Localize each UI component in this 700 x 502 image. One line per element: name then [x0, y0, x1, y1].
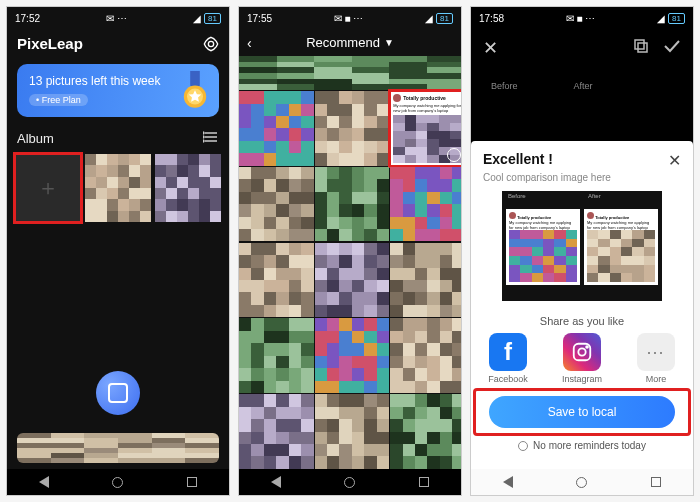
facebook-icon: f: [489, 333, 527, 371]
medal-icon: [179, 70, 211, 112]
wifi-icon: ◢: [425, 13, 433, 24]
bottom-ad-strip[interactable]: [17, 433, 219, 463]
share-more[interactable]: ⋯ More: [631, 333, 681, 384]
reminder-row[interactable]: No more reminders today: [471, 434, 693, 459]
avatar-icon: [393, 94, 401, 102]
svg-point-8: [203, 136, 204, 138]
album-header: Album: [7, 127, 229, 150]
confirm-icon[interactable]: [663, 39, 681, 57]
grid-cell-meme[interactable]: Totally productive My company watching m…: [390, 91, 461, 166]
screen-result: 17:58 ✉ ■ ⋯ ◢ 81 ✕ Before After Excellen…: [470, 6, 694, 496]
album-label: Album: [17, 131, 54, 146]
status-bar: 17:58 ✉ ■ ⋯ ◢ 81: [471, 7, 693, 29]
meme-caption: My company watching me applying for new …: [393, 103, 461, 113]
wifi-icon: ◢: [657, 13, 665, 24]
grid-cell[interactable]: [390, 243, 461, 318]
nav-recent[interactable]: [651, 477, 661, 487]
before-label: Before: [491, 81, 518, 91]
grid-cell[interactable]: [315, 91, 390, 166]
header-title[interactable]: Recommend: [306, 35, 380, 50]
status-msgs: ✉ ■ ⋯: [334, 13, 364, 24]
svg-point-13: [578, 348, 585, 355]
battery-indicator: 81: [436, 13, 453, 24]
grid-cell[interactable]: [315, 167, 390, 242]
layers-icon[interactable]: [633, 38, 649, 58]
before-tag: Before: [508, 193, 526, 199]
nav-back[interactable]: [503, 476, 513, 488]
settings-icon[interactable]: [203, 36, 219, 52]
sheet-close-button[interactable]: ✕: [668, 151, 681, 170]
status-bar: 17:52 ✉ ⋯ ◢ 81: [7, 7, 229, 29]
status-right: ◢ 81: [657, 13, 685, 24]
radio-icon[interactable]: [518, 441, 528, 451]
close-button[interactable]: ✕: [483, 37, 498, 59]
nav-bar: [7, 469, 229, 495]
svg-rect-10: [635, 40, 644, 49]
dropdown-caret-icon[interactable]: ▼: [384, 37, 394, 48]
grid-cell[interactable]: [315, 318, 390, 393]
comparison-preview: Before After Totally productive My compa…: [502, 191, 662, 301]
nav-home[interactable]: [344, 477, 355, 488]
share-apps: f Facebook Instagram ⋯ More: [471, 331, 693, 390]
svg-rect-11: [638, 43, 647, 52]
nav-recent[interactable]: [187, 477, 197, 487]
svg-marker-0: [204, 37, 217, 50]
grid-cell[interactable]: [239, 243, 314, 318]
pixelated-image: [155, 154, 221, 222]
status-msgs: ✉ ■ ⋯: [566, 13, 596, 24]
grid-cell[interactable]: [315, 243, 390, 318]
list-view-icon[interactable]: [203, 131, 219, 146]
status-right: ◢ 81: [425, 13, 453, 24]
recommend-grid: Totally productive My company watching m…: [239, 56, 461, 469]
after-label: After: [574, 81, 593, 91]
nav-home[interactable]: [112, 477, 123, 488]
nav-bar: [239, 469, 461, 495]
nav-back[interactable]: [271, 476, 281, 488]
status-time: 17:58: [479, 13, 504, 24]
nav-back[interactable]: [39, 476, 49, 488]
status-msgs: ✉ ⋯: [106, 13, 127, 24]
nav-bar: [471, 469, 693, 495]
instagram-icon: [563, 333, 601, 371]
svg-point-9: [203, 140, 204, 142]
grid-cell[interactable]: [239, 91, 314, 166]
album-thumbnails: ＋: [7, 150, 229, 226]
grid-cell[interactable]: [239, 394, 314, 469]
status-bar: 17:55 ✉ ■ ⋯ ◢ 81: [239, 7, 461, 29]
svg-point-1: [208, 41, 213, 46]
svg-point-14: [586, 346, 588, 348]
promo-banner[interactable]: 13 pictures left this week • Free Plan: [17, 64, 219, 117]
result-sheet: Excellent ! ✕ Cool comparison image here…: [471, 141, 693, 469]
status-time: 17:55: [247, 13, 272, 24]
share-label: More: [646, 374, 667, 384]
save-button-label: Save to local: [548, 405, 617, 419]
battery-indicator: 81: [668, 13, 685, 24]
grid-cell[interactable]: [315, 394, 390, 469]
grid-cell[interactable]: [390, 167, 461, 242]
screen-recommend: 17:55 ✉ ■ ⋯ ◢ 81 ‹ Recommend ▼ Totally p…: [238, 6, 462, 496]
share-instagram[interactable]: Instagram: [557, 333, 607, 384]
after-tag: After: [588, 193, 601, 199]
before-after-labels: Before After: [471, 81, 693, 91]
more-icon: ⋯: [637, 333, 675, 371]
nav-home[interactable]: [576, 477, 587, 488]
app-header: PixeLeap: [7, 29, 229, 58]
grid-cell[interactable]: [390, 318, 461, 393]
result-topbar: ✕: [471, 29, 693, 67]
share-facebook[interactable]: f Facebook: [483, 333, 533, 384]
back-button[interactable]: ‹: [247, 35, 252, 51]
grid-cell[interactable]: [239, 318, 314, 393]
album-thumb[interactable]: [85, 154, 151, 222]
scan-button[interactable]: [96, 371, 140, 415]
save-to-local-button[interactable]: Save to local: [489, 396, 675, 428]
grid-banner[interactable]: [239, 56, 461, 90]
pixelated-image: [17, 433, 219, 463]
add-photo-tile[interactable]: ＋: [15, 154, 81, 222]
nav-recent[interactable]: [419, 477, 429, 487]
grid-cell[interactable]: [390, 394, 461, 469]
wifi-icon: ◢: [193, 13, 201, 24]
grid-cell[interactable]: [239, 167, 314, 242]
app-title: PixeLeap: [17, 35, 83, 52]
album-thumb[interactable]: [155, 154, 221, 222]
plan-pill: • Free Plan: [29, 94, 88, 106]
